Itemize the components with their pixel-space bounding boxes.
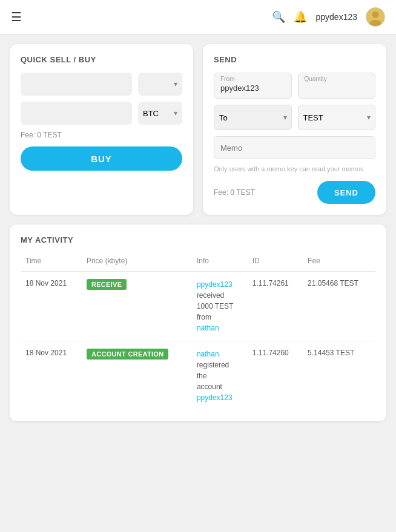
buy-type-select-wrapper: Buy Sell: [138, 73, 182, 96]
col-info: Info: [192, 254, 248, 272]
buy-amount-input[interactable]: [21, 73, 132, 96]
bell-icon[interactable]: 🔔: [294, 10, 307, 24]
cards-row: QUICK SELL / BUY Buy Sell: [10, 44, 386, 215]
row2-price: ACCOUNT CREATION: [82, 341, 192, 411]
row1-fee: 21.05468 TEST: [303, 272, 375, 341]
col-fee: Fee: [303, 254, 375, 272]
quantity-label: Quantity: [305, 76, 369, 82]
buy-button[interactable]: BUY: [21, 146, 182, 171]
send-card: SEND From ppydex123 Quantity 0: [203, 44, 386, 215]
row1-info-text: received1000 TESTfrom: [197, 291, 233, 321]
row1-time: 18 Nov 2021: [21, 272, 82, 341]
header-right: 🔍 🔔 ppydex123: [272, 7, 385, 27]
activity-title: MY ACTIVITY: [21, 235, 375, 245]
from-label: From: [220, 76, 285, 82]
row2-user1-link[interactable]: nathan: [197, 350, 219, 358]
quantity-input[interactable]: 0: [305, 85, 369, 94]
to-select[interactable]: To: [214, 105, 292, 130]
row1-price: RECEIVE: [82, 272, 192, 341]
col-price: Price (kbyte): [82, 254, 192, 272]
activity-table: Time Price (kbyte) Info ID Fee 18 Nov 20…: [21, 254, 375, 410]
quick-sell-buy-title: QUICK SELL / BUY: [21, 55, 182, 64]
header-left: ☰: [11, 10, 22, 24]
buy-row-2: BTC ETH TEST: [21, 102, 182, 125]
currency-select[interactable]: TEST BTC ETH: [298, 105, 376, 130]
col-id: ID: [248, 254, 303, 272]
buy-currency-select-wrapper: BTC ETH TEST: [138, 102, 182, 125]
from-value: ppydex123: [220, 84, 285, 93]
buy-inputs: Buy Sell BTC ETH TEST: [21, 73, 182, 125]
buy-fee-text: Fee: 0 TEST: [21, 131, 182, 139]
row1-info: ppydex123 received1000 TESTfrom nathan: [192, 272, 248, 341]
activity-card: MY ACTIVITY Time Price (kbyte) Info ID F…: [10, 225, 386, 421]
buy-type-select[interactable]: Buy Sell: [138, 73, 182, 96]
receive-badge: RECEIVE: [87, 279, 127, 290]
svg-point-1: [372, 11, 378, 18]
main-content: QUICK SELL / BUY Buy Sell: [0, 34, 396, 431]
send-fee-text: Fee: 0 TEST: [214, 188, 255, 197]
row2-fee: 5.14453 TEST: [303, 341, 375, 411]
row1-user2-link[interactable]: nathan: [197, 324, 219, 332]
send-to-currency-row: To TEST BTC ETH: [214, 105, 375, 130]
quick-sell-buy-card: QUICK SELL / BUY Buy Sell: [10, 44, 193, 215]
row2-id: 1.11.74260: [248, 341, 303, 411]
avatar[interactable]: [366, 7, 385, 27]
row2-info-cell: nathan registeredtheaccount ppydex123: [197, 349, 243, 403]
to-select-wrapper: To: [214, 105, 292, 130]
table-row: 18 Nov 2021 ACCOUNT CREATION nathan regi…: [21, 341, 375, 411]
send-bottom: Fee: 0 TEST SEND: [214, 181, 375, 204]
table-header-row: Time Price (kbyte) Info ID Fee: [21, 254, 375, 272]
account-creation-badge: ACCOUNT CREATION: [87, 349, 168, 360]
row2-info-text: registeredtheaccount: [197, 361, 229, 391]
send-button[interactable]: SEND: [317, 181, 375, 204]
search-icon[interactable]: 🔍: [272, 10, 285, 24]
send-title: SEND: [214, 55, 375, 64]
currency-select-wrapper: TEST BTC ETH: [298, 105, 376, 130]
username: ppydex123: [315, 12, 357, 22]
buy-row-1: Buy Sell: [21, 73, 182, 96]
row2-info: nathan registeredtheaccount ppydex123: [192, 341, 248, 411]
col-time: Time: [21, 254, 82, 272]
memo-input[interactable]: [214, 136, 375, 159]
table-row: 18 Nov 2021 RECEIVE ppydex123 received10…: [21, 272, 375, 341]
buy-price-input[interactable]: [21, 102, 132, 125]
from-field: From ppydex123: [214, 73, 292, 99]
hamburger-icon[interactable]: ☰: [11, 10, 22, 24]
buy-currency-select[interactable]: BTC ETH TEST: [138, 102, 182, 125]
row2-user2-link[interactable]: ppydex123: [197, 393, 233, 402]
row2-time: 18 Nov 2021: [21, 341, 82, 411]
row1-id: 1.11.74261: [248, 272, 303, 341]
memo-hint: Only users with a memo key can read your…: [214, 165, 375, 172]
header: ☰ 🔍 🔔 ppydex123: [0, 0, 396, 34]
row1-user1-link[interactable]: ppydex123: [197, 280, 233, 289]
send-fields: From ppydex123 Quantity 0 To: [214, 73, 375, 204]
send-from-quantity-row: From ppydex123 Quantity 0: [214, 73, 375, 99]
row1-info-cell: ppydex123 received1000 TESTfrom nathan: [197, 279, 243, 333]
quantity-field: Quantity 0: [298, 73, 376, 99]
